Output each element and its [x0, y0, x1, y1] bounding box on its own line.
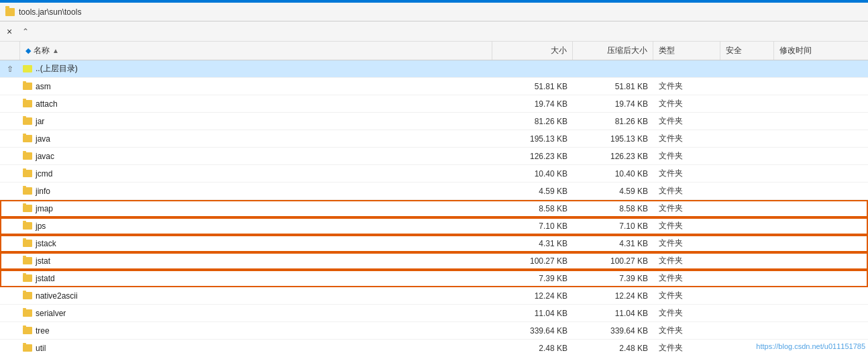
row-name-text: jstatd — [36, 274, 55, 283]
row-type: 文件夹 — [653, 185, 720, 197]
row-compressed-size: 126.23 KB — [573, 152, 653, 161]
table-row[interactable]: attach19.74 KB19.74 KB文件夹 — [0, 95, 868, 113]
row-name-text: tree — [36, 326, 50, 336]
row-name-text: jcmd — [36, 169, 52, 179]
row-size: 10.40 KB — [492, 169, 573, 179]
parent-folder-icon — [23, 65, 32, 72]
row-compressed-size: 100.27 KB — [573, 256, 653, 266]
row-name-text: jstat — [36, 256, 50, 266]
folder-icon — [23, 222, 32, 230]
row-name: jar — [20, 117, 492, 126]
row-type: 文件夹 — [653, 220, 720, 232]
row-name: native2ascii — [20, 291, 492, 301]
row-size: 100.27 KB — [492, 256, 573, 266]
table-row[interactable]: jstat100.27 KB100.27 KB文件夹 — [0, 252, 868, 270]
row-name: jstack — [20, 239, 492, 248]
col-type[interactable]: 类型 — [653, 42, 720, 60]
row-compressed-size: 195.13 KB — [573, 134, 653, 144]
table-row[interactable]: serialver11.04 KB11.04 KB文件夹 — [0, 305, 868, 322]
row-name: attach — [20, 99, 492, 109]
table-row[interactable]: ⇧..(上层目录) — [0, 60, 868, 78]
folder-icon — [23, 187, 32, 195]
row-name-text: jps — [36, 221, 46, 231]
row-size: 7.10 KB — [492, 221, 573, 231]
table-row[interactable]: jps7.10 KB7.10 KB文件夹 — [0, 217, 868, 235]
folder-icon — [23, 152, 32, 160]
row-compressed-size: 12.24 KB — [573, 291, 653, 301]
row-size: 126.23 KB — [492, 152, 573, 161]
row-type: 文件夹 — [653, 255, 720, 266]
folder-icon — [23, 327, 32, 334]
app-header: tools.jar\sun\tools — [0, 3, 868, 21]
table-row[interactable]: asm51.81 KB51.81 KB文件夹 — [0, 78, 868, 95]
row-type: 文件夹 — [653, 272, 720, 284]
row-size: 11.04 KB — [492, 309, 573, 318]
row-type: 文件夹 — [653, 133, 720, 144]
row-name: tree — [20, 326, 492, 336]
row-name-text: serialver — [36, 309, 66, 318]
row-name: jmap — [20, 204, 492, 213]
header-folder-icon — [5, 8, 15, 16]
toolbar: × ⌃ — [0, 21, 868, 42]
row-name: serialver — [20, 309, 492, 318]
row-type: 文件夹 — [653, 115, 720, 127]
row-name: jinfo — [20, 187, 492, 196]
row-name-text: jar — [36, 117, 44, 126]
row-name: jcmd — [20, 169, 492, 179]
row-type: 文件夹 — [653, 307, 720, 319]
close-button[interactable]: × — [3, 25, 16, 38]
col-modified-time[interactable]: 修改时间 — [774, 42, 868, 60]
table-row[interactable]: jmap8.58 KB8.58 KB文件夹 — [0, 200, 868, 217]
row-compressed-size: 339.64 KB — [573, 326, 653, 336]
folder-icon — [23, 274, 32, 282]
row-size: 12.24 KB — [492, 291, 573, 301]
row-type: 文件夹 — [653, 203, 720, 214]
table-row[interactable]: jstack4.31 KB4.31 KB文件夹 — [0, 235, 868, 252]
row-size: 195.13 KB — [492, 134, 573, 144]
row-compressed-size: 11.04 KB — [573, 309, 653, 318]
row-name-text: attach — [36, 99, 58, 109]
folder-icon — [23, 309, 32, 317]
col-expand — [0, 42, 20, 60]
table-row[interactable]: jcmd10.40 KB10.40 KB文件夹 — [0, 165, 868, 183]
row-name-text: jmap — [36, 204, 53, 213]
folder-icon — [23, 344, 32, 352]
col-security[interactable]: 安全 — [720, 42, 774, 60]
row-type: 文件夹 — [653, 168, 720, 179]
row-size: 81.26 KB — [492, 117, 573, 126]
table-row[interactable]: java195.13 KB195.13 KB文件夹 — [0, 130, 868, 148]
up-icon: ⇧ — [7, 64, 13, 74]
row-compressed-size: 8.58 KB — [573, 204, 653, 213]
table-row[interactable]: jstatd7.39 KB7.39 KB文件夹 — [0, 270, 868, 287]
row-type: 文件夹 — [653, 342, 720, 353]
up-arrow-icon: ⌃ — [22, 27, 29, 36]
row-compressed-size: 10.40 KB — [573, 169, 653, 179]
table-row[interactable]: util2.48 KB2.48 KB文件夹 — [0, 340, 868, 353]
row-name: javac — [20, 152, 492, 161]
row-size: 2.48 KB — [492, 344, 573, 353]
table-row[interactable]: tree339.64 KB339.64 KB文件夹 — [0, 322, 868, 340]
row-name: util — [20, 344, 492, 353]
row-compressed-size: 51.81 KB — [573, 82, 653, 91]
watermark: https://blog.csdn.net/u011151785 — [756, 342, 865, 350]
col-size[interactable]: 大小 — [492, 42, 573, 60]
table-row[interactable]: jar81.26 KB81.26 KB文件夹 — [0, 113, 868, 130]
folder-icon — [23, 135, 32, 142]
row-type: 文件夹 — [653, 290, 720, 301]
nav-up-button[interactable]: ⌃ — [19, 25, 32, 38]
table-row[interactable]: native2ascii12.24 KB12.24 KB文件夹 — [0, 287, 868, 305]
col-name[interactable]: ◆ 名称 ▲ — [20, 42, 492, 60]
col-compressed-size[interactable]: 压缩后大小 — [573, 42, 653, 60]
row-type: 文件夹 — [653, 98, 720, 109]
table-row[interactable]: javac126.23 KB126.23 KB文件夹 — [0, 148, 868, 165]
app-path: tools.jar\sun\tools — [19, 7, 81, 17]
file-list[interactable]: ⇧..(上层目录)asm51.81 KB51.81 KB文件夹attach19.… — [0, 60, 868, 353]
table-row[interactable]: jinfo4.59 KB4.59 KB文件夹 — [0, 183, 868, 200]
row-name-text: ..(上层目录) — [36, 63, 78, 74]
folder-icon — [23, 117, 32, 125]
row-name-text: javac — [36, 152, 54, 161]
folder-icon — [23, 257, 32, 264]
row-type: 文件夹 — [653, 150, 720, 162]
row-compressed-size: 4.31 KB — [573, 239, 653, 248]
row-name: ..(上层目录) — [20, 63, 492, 74]
